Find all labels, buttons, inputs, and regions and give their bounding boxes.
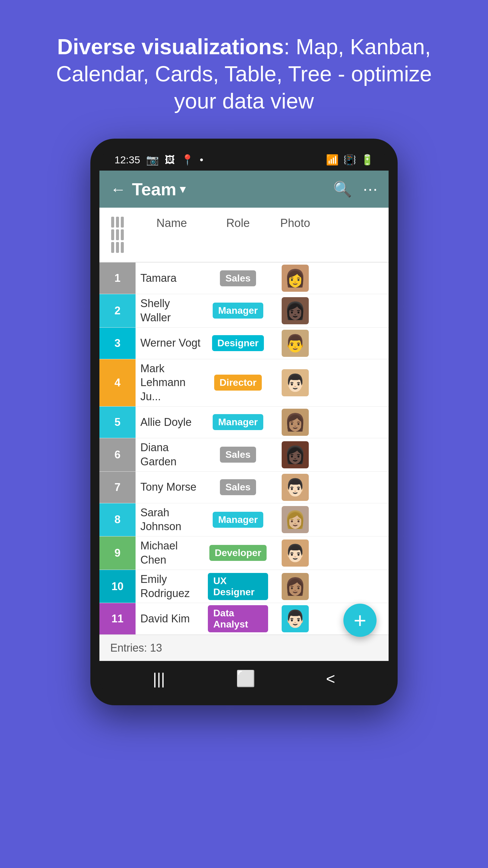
row-photo-7: 👨🏻: [268, 474, 322, 501]
row-number-11: 11: [99, 603, 135, 634]
row-name-8: SarahJohnson: [135, 503, 208, 536]
row-number-5: 5: [99, 407, 135, 438]
row-number-1: 1: [99, 262, 135, 294]
app-header: ← Team ▾ 🔍 ⋯: [99, 170, 389, 208]
row-name-6: Diana Garden: [135, 438, 208, 471]
row-photo-5: 👩🏽: [268, 409, 322, 436]
col-photo-header: Photo: [268, 214, 322, 256]
role-badge-1: Sales: [220, 270, 256, 286]
more-options-icon[interactable]: ⋯: [363, 181, 378, 198]
role-badge-3: Designer: [212, 335, 264, 351]
phone-content-area: Name Role Photo 1 Tamara Sales 👩: [99, 208, 389, 661]
table-row[interactable]: 5 Allie Doyle Manager 👩🏽: [99, 407, 389, 438]
wifi-icon: 📶: [326, 154, 338, 166]
avatar-6: 👩🏿: [282, 441, 309, 468]
entries-count: Entries: 13: [110, 642, 162, 654]
row-photo-11: 👨🏻: [268, 605, 322, 632]
status-time: 12:35: [115, 154, 140, 166]
table-row[interactable]: 10 EmilyRodriguez UX Designer 👩🏽: [99, 570, 389, 603]
role-badge-5: Manager: [213, 414, 263, 430]
row-role-3: Designer: [208, 335, 268, 351]
row-role-1: Sales: [208, 270, 268, 286]
row-name-1: Tamara: [135, 269, 208, 288]
row-name-10: EmilyRodriguez: [135, 570, 208, 603]
col-name-header: Name: [135, 214, 208, 256]
row-name-9: Michael Chen: [135, 536, 208, 569]
table-row[interactable]: 2 Shelly Waller Manager 👩🏿: [99, 294, 389, 328]
table-row[interactable]: 9 Michael Chen Developer 👨🏻: [99, 536, 389, 570]
row-number-2: 2: [99, 294, 135, 327]
status-dot: •: [200, 154, 203, 166]
row-role-9: Developer: [208, 545, 268, 561]
avatar-3: 👨: [282, 330, 309, 357]
avatar-1: 👩: [282, 265, 309, 292]
avatar-4: 👨🏻: [282, 369, 309, 396]
row-photo-1: 👩: [268, 265, 322, 292]
signal-icon: 📳: [344, 154, 356, 166]
role-badge-10: UX Designer: [208, 573, 268, 600]
status-loc-icon: 📍: [181, 154, 194, 166]
row-role-7: Sales: [208, 479, 268, 495]
row-name-5: Allie Doyle: [135, 413, 208, 432]
avatar-5: 👩🏽: [282, 409, 309, 436]
table-header: Name Role Photo: [99, 208, 389, 262]
table-row[interactable]: 6 Diana Garden Sales 👩🏿: [99, 438, 389, 472]
table-row[interactable]: 8 SarahJohnson Manager 👩🏼: [99, 503, 389, 537]
avatar-9: 👨🏻: [282, 539, 309, 567]
app-title: Team: [132, 179, 176, 199]
row-number-4: 4: [99, 359, 135, 406]
battery-icon: 🔋: [361, 154, 373, 166]
nav-home-button[interactable]: ⬜: [236, 670, 255, 688]
nav-menu-button[interactable]: |||: [153, 670, 165, 688]
dropdown-icon[interactable]: ▾: [180, 183, 185, 195]
avatar-10: 👩🏽: [282, 573, 309, 600]
row-role-2: Manager: [208, 303, 268, 318]
role-badge-4: Director: [214, 375, 262, 391]
status-bar: 12:35 📷 🖼 📍 • 📶 📳 🔋: [99, 148, 389, 170]
row-photo-9: 👨🏻: [268, 539, 322, 567]
table-row[interactable]: 3 Werner Vogt Designer 👨: [99, 328, 389, 359]
grid-icon: [111, 217, 124, 253]
fab-add-button[interactable]: +: [344, 604, 377, 637]
row-number-6: 6: [99, 438, 135, 471]
role-badge-6: Sales: [220, 447, 256, 463]
table-row[interactable]: 4 Mark Lehmann Ju... Director 👨🏻: [99, 359, 389, 407]
phone-screen: ← Team ▾ 🔍 ⋯ Name: [99, 170, 389, 661]
status-notif-icon: 📷: [146, 154, 159, 166]
row-number-10: 10: [99, 570, 135, 603]
row-photo-8: 👩🏼: [268, 506, 322, 533]
row-role-6: Sales: [208, 447, 268, 463]
row-role-10: UX Designer: [208, 573, 268, 600]
row-name-7: Tony Morse: [135, 478, 208, 497]
table-row[interactable]: 7 Tony Morse Sales 👨🏻: [99, 472, 389, 503]
phone-device: 12:35 📷 🖼 📍 • 📶 📳 🔋 ← Team ▾ 🔍 ⋯: [90, 138, 398, 705]
row-name-2: Shelly Waller: [135, 294, 208, 327]
role-badge-7: Sales: [220, 479, 256, 495]
row-number-8: 8: [99, 503, 135, 536]
role-badge-11: Data Analyst: [208, 605, 268, 632]
row-number-7: 7: [99, 472, 135, 503]
nav-back-button[interactable]: <: [326, 670, 335, 688]
row-role-8: Manager: [208, 512, 268, 528]
row-name-11: David Kim: [135, 610, 208, 628]
row-photo-4: 👨🏻: [268, 369, 322, 396]
avatar-8: 👩🏼: [282, 506, 309, 533]
role-badge-9: Developer: [209, 545, 267, 561]
row-photo-10: 👩🏽: [268, 573, 322, 600]
row-name-4: Mark Lehmann Ju...: [135, 359, 208, 406]
row-photo-2: 👩🏿: [268, 297, 322, 324]
row-name-3: Werner Vogt: [135, 334, 208, 352]
table-body: 1 Tamara Sales 👩 2 Shelly Waller: [99, 262, 389, 635]
table-row[interactable]: 1 Tamara Sales 👩: [99, 262, 389, 294]
avatar-7: 👨🏻: [282, 474, 309, 501]
table-footer: Entries: 13: [99, 635, 389, 661]
search-icon[interactable]: 🔍: [333, 181, 352, 198]
row-number-3: 3: [99, 328, 135, 359]
row-number-9: 9: [99, 536, 135, 569]
nav-bar: ||| ⬜ <: [99, 661, 389, 696]
row-role-11: Data Analyst: [208, 605, 268, 632]
back-button[interactable]: ←: [110, 180, 126, 198]
status-img-icon: 🖼: [165, 154, 175, 166]
avatar-2: 👩🏿: [282, 297, 309, 324]
headline-bold: Diverse visualizations: [57, 35, 284, 59]
